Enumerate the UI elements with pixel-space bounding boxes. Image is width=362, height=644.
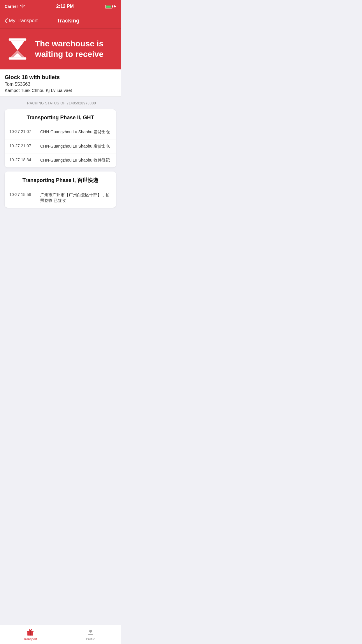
battery-icon [105, 5, 113, 8]
package-name: Glock 18 with bullets [5, 74, 116, 80]
status-bar-left: Carrier [5, 4, 25, 9]
tracking-entry: 10-27 21:07 CHN-Guangzhou Lu Shaohu 发货出仓 [5, 125, 116, 139]
back-label: My Transport [9, 18, 38, 24]
entry-time: 10-27 21:07 [9, 129, 36, 135]
status-bar-right [105, 4, 116, 8]
tracking-entry: 10-27 15:56 广州市广州市【广州白云区十部】，拍照签收 已签收 [5, 188, 116, 208]
phase-card-2: Transporting Phase II, GHT 10-27 21:07 C… [5, 109, 116, 167]
entry-time: 10-27 15:56 [9, 192, 36, 204]
tracking-label: TRACKING STATUS OF 71405928973800 [5, 101, 116, 105]
phase-1-title: Transporting Phase I, 百世快递 [5, 172, 116, 188]
entry-time: 10-27 21:07 [9, 144, 36, 149]
carrier-label: Carrier [5, 4, 18, 9]
status-banner: The warehouse is waiting to receive [0, 29, 121, 69]
wifi-icon [20, 4, 25, 8]
status-bar-time: 2:12 PM [56, 4, 74, 9]
entry-time: 10-27 18:34 [9, 158, 36, 163]
tracking-entry: 10-27 18:34 CHN-Guangzhou Lu Shaohu 收件登记 [5, 153, 116, 167]
page-title: Tracking [38, 18, 99, 24]
status-bar: Carrier 2:12 PM [0, 0, 121, 13]
entry-desc: CHN-Guangzhou Lu Shaohu 收件登记 [40, 158, 110, 163]
package-address: Kampot Tuek Chhou Kj Lv iua vaet [5, 88, 116, 93]
phase-2-title: Transporting Phase II, GHT [5, 109, 116, 125]
hourglass-icon [7, 37, 28, 61]
charging-icon [114, 4, 116, 8]
back-button[interactable]: My Transport [5, 18, 38, 24]
phase-card-1: Transporting Phase I, 百世快递 10-27 15:56 广… [5, 172, 116, 208]
back-chevron-icon [5, 18, 8, 23]
entry-desc: 广州市广州市【广州白云区十部】，拍照签收 已签收 [40, 192, 111, 204]
nav-bar: My Transport Tracking [0, 13, 121, 29]
svg-rect-0 [9, 38, 26, 41]
package-info: Glock 18 with bullets Tom 553563 Kampot … [0, 69, 121, 97]
status-message: The warehouse is waiting to receive [35, 38, 114, 60]
phase-cards-container: Transporting Phase II, GHT 10-27 21:07 C… [5, 109, 116, 208]
tracking-entry: 10-27 21:07 CHN-Guangzhou Lu Shaohu 发货出仓 [5, 139, 116, 154]
entry-desc: CHN-Guangzhou Lu Shaohu 发货出仓 [40, 129, 110, 135]
svg-rect-1 [9, 57, 26, 60]
tracking-section: TRACKING STATUS OF 71405928973800 Transp… [0, 97, 121, 208]
package-sender: Tom 553563 [5, 82, 116, 87]
entry-desc: CHN-Guangzhou Lu Shaohu 发货出仓 [40, 144, 110, 149]
